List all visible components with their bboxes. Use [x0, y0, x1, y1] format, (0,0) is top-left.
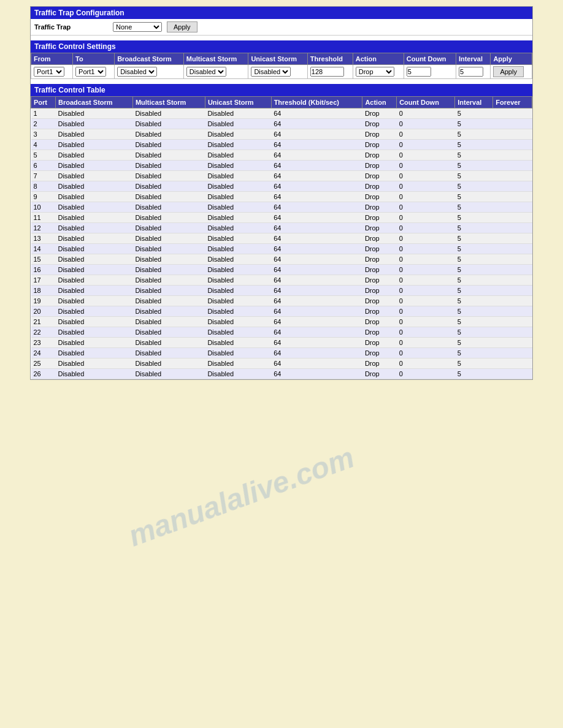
- table-row: 20DisabledDisabledDisabled64Drop05: [31, 306, 532, 317]
- th-interval: Interval: [455, 97, 493, 108]
- table-row: 3DisabledDisabledDisabled64Drop05: [31, 129, 532, 140]
- table-row: 8DisabledDisabledDisabled64Drop05: [31, 181, 532, 192]
- table-row: 21DisabledDisabledDisabled64Drop05: [31, 317, 532, 327]
- table-row: 25DisabledDisabledDisabled64Drop05: [31, 358, 532, 369]
- table-row: 26DisabledDisabledDisabled64Drop05: [31, 369, 532, 379]
- th-broadcast: Broadcast Storm: [55, 97, 132, 108]
- traffic-control-settings-header: Traffic Control Settings: [31, 40, 532, 53]
- threshold-input[interactable]: [310, 67, 344, 77]
- table-row: 12DisabledDisabledDisabled64Drop05: [31, 223, 532, 233]
- table-row: 7DisabledDisabledDisabled64Drop05: [31, 171, 532, 181]
- count-down-input[interactable]: [407, 67, 431, 77]
- table-row: 17DisabledDisabledDisabled64Drop05: [31, 275, 532, 286]
- table-row: 2DisabledDisabledDisabled64Drop05: [31, 119, 532, 129]
- th-threshold: Threshold (Kbit/sec): [271, 97, 362, 108]
- th-count-down: Count Down: [397, 97, 455, 108]
- table-row: 22DisabledDisabledDisabled64Drop05: [31, 327, 532, 338]
- from-select[interactable]: Port1Port2Port3Port4Port5Port6Port7Port8…: [34, 67, 64, 77]
- col-unicast-storm: Unicast Storm: [248, 53, 307, 65]
- multicast-storm-select[interactable]: DisabledEnabled: [186, 67, 226, 77]
- traffic-control-table: Port Broadcast Storm Multicast Storm Uni…: [31, 96, 532, 379]
- settings-row: Port1Port2Port3Port4Port5Port6Port7Port8…: [31, 65, 532, 79]
- col-threshold: Threshold: [307, 53, 353, 65]
- unicast-storm-select[interactable]: DisabledEnabled: [251, 67, 291, 77]
- table-row: 16DisabledDisabledDisabled64Drop05: [31, 265, 532, 275]
- col-action: Action: [353, 53, 404, 65]
- traffic-trap-select[interactable]: None: [113, 22, 162, 32]
- traffic-trap-apply-button[interactable]: Apply: [167, 21, 197, 32]
- th-action: Action: [362, 97, 397, 108]
- table-row: 15DisabledDisabledDisabled64Drop05: [31, 254, 532, 265]
- table-row: 23DisabledDisabledDisabled64Drop05: [31, 338, 532, 348]
- table-row: 18DisabledDisabledDisabled64Drop05: [31, 286, 532, 296]
- settings-apply-button[interactable]: Apply: [493, 66, 524, 77]
- col-from: From: [31, 53, 73, 65]
- table-row: 1DisabledDisabledDisabled64Drop05: [31, 108, 532, 119]
- table-row: 11DisabledDisabledDisabled64Drop05: [31, 213, 532, 223]
- traffic-control-settings-table: From To Broadcast Storm Multicast Storm …: [31, 53, 532, 79]
- interval-input[interactable]: [459, 67, 483, 77]
- broadcast-storm-select[interactable]: DisabledEnabled: [117, 67, 157, 77]
- table-row: 24DisabledDisabledDisabled64Drop05: [31, 348, 532, 358]
- table-row: 14DisabledDisabledDisabled64Drop05: [31, 244, 532, 254]
- table-row: 6DisabledDisabledDisabled64Drop05: [31, 161, 532, 171]
- table-row: 19DisabledDisabledDisabled64Drop05: [31, 296, 532, 306]
- traffic-control-table-header: Traffic Control Table: [31, 84, 532, 96]
- traffic-trap-header: Traffic Trap Configuration: [31, 7, 532, 19]
- traffic-trap-label: Traffic Trap: [34, 23, 108, 31]
- to-select[interactable]: Port1Port2Port3Port4Port5Port6Port7Port8…: [75, 67, 106, 77]
- action-select[interactable]: DropForward: [356, 67, 394, 77]
- table-row: 13DisabledDisabledDisabled64Drop05: [31, 233, 532, 244]
- col-interval: Interval: [456, 53, 491, 65]
- th-port: Port: [31, 97, 56, 108]
- col-broadcast-storm: Broadcast Storm: [115, 53, 184, 65]
- table-row: 9DisabledDisabledDisabled64Drop05: [31, 192, 532, 202]
- col-count-down: Count Down: [404, 53, 456, 65]
- col-multicast-storm: Multicast Storm: [183, 53, 248, 65]
- th-unicast: Unicast Storm: [205, 97, 271, 108]
- table-row: 10DisabledDisabledDisabled64Drop05: [31, 202, 532, 213]
- table-row: 4DisabledDisabledDisabled64Drop05: [31, 140, 532, 150]
- traffic-trap-row: Traffic Trap None Apply: [31, 19, 532, 36]
- col-to: To: [73, 53, 115, 65]
- col-apply: Apply: [491, 53, 532, 65]
- table-row: 5DisabledDisabledDisabled64Drop05: [31, 150, 532, 161]
- th-forever: Forever: [493, 97, 532, 108]
- th-multicast: Multicast Storm: [132, 97, 205, 108]
